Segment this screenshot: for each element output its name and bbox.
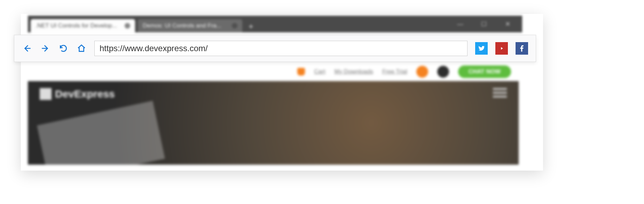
new-tab-button[interactable]: + — [245, 21, 257, 32]
home-button[interactable] — [76, 43, 87, 54]
hero-overlay-graphic — [37, 101, 165, 166]
twitter-icon — [478, 45, 485, 52]
brand-logo[interactable]: DevExpress — [40, 88, 115, 100]
twitter-button[interactable] — [475, 42, 488, 55]
account-icon[interactable] — [416, 66, 428, 78]
chat-now-button[interactable]: CHAT NOW — [458, 65, 511, 78]
hamburger-icon — [493, 88, 507, 90]
tab-1[interactable]: Demos: UI Controls and Fra... — [138, 19, 242, 32]
arrow-right-icon — [41, 44, 50, 53]
reload-icon — [59, 44, 68, 53]
window-controls: — ☐ ✕ — [456, 16, 522, 32]
reload-button[interactable] — [58, 43, 69, 54]
maximize-button[interactable]: ☐ — [480, 20, 488, 28]
tab-strip: .NET UI Controls for Develop... Demos: U… — [28, 16, 522, 32]
cart-link[interactable]: Cart — [314, 68, 325, 75]
logo-mark-icon — [40, 88, 52, 100]
downloads-link[interactable]: My Downloads — [334, 68, 373, 75]
facebook-button[interactable] — [516, 42, 528, 55]
cart-icon[interactable] — [297, 68, 305, 76]
address-bar[interactable] — [94, 41, 468, 56]
close-icon[interactable] — [232, 23, 237, 29]
brand-name: DevExpress — [55, 88, 115, 100]
forward-button[interactable] — [40, 43, 50, 54]
arrow-left-icon — [23, 44, 32, 53]
navigation-toolbar — [14, 35, 536, 62]
page-content: Cart My Downloads Free Trial CHAT NOW De… — [28, 62, 519, 166]
youtube-button[interactable] — [495, 42, 508, 55]
close-button[interactable]: ✕ — [503, 20, 512, 28]
facebook-icon — [518, 45, 526, 52]
hero-banner: DevExpress — [28, 81, 519, 165]
theme-icon[interactable] — [437, 66, 449, 78]
youtube-icon — [498, 45, 505, 52]
back-button[interactable] — [22, 43, 32, 54]
tab-0[interactable]: .NET UI Controls for Develop... — [31, 19, 135, 32]
menu-button[interactable] — [493, 88, 507, 97]
free-trial-link[interactable]: Free Trial — [382, 68, 407, 75]
site-top-bar: Cart My Downloads Free Trial CHAT NOW — [28, 62, 519, 81]
close-icon[interactable] — [125, 23, 130, 29]
tab-title: .NET UI Controls for Develop... — [36, 22, 117, 29]
tab-title: Demos: UI Controls and Fra... — [143, 22, 221, 29]
minimize-button[interactable]: — — [456, 20, 464, 28]
home-icon — [77, 44, 86, 53]
